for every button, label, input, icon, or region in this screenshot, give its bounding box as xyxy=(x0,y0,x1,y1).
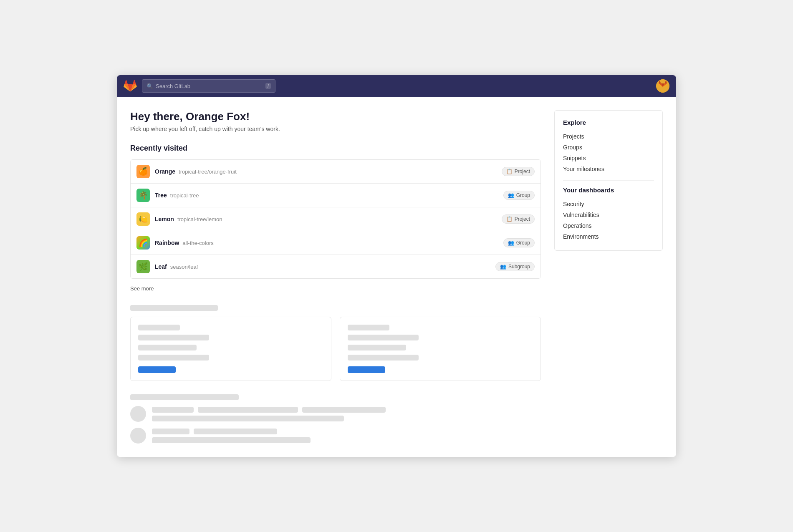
item-badge-project: 📋 Project xyxy=(502,214,535,224)
group-icon: 👥 xyxy=(508,240,514,246)
item-name: Lemon xyxy=(155,216,174,222)
skeleton-bar xyxy=(348,335,419,340)
item-path: tropical-tree/orange-fruit xyxy=(179,169,237,175)
hero-subtitle: Pick up where you left off, catch up wit… xyxy=(130,126,541,132)
skeleton-list xyxy=(130,406,541,444)
recently-visited-list: 🍊 Orange tropical-tree/orange-fruit 📋 Pr… xyxy=(130,159,541,279)
explore-link-milestones[interactable]: Your milestones xyxy=(563,164,654,174)
item-name: Tree xyxy=(155,192,167,199)
skeleton-bar xyxy=(152,407,194,413)
item-icon-tree: 🌴 xyxy=(136,189,150,202)
dashboard-link-environments[interactable]: Environments xyxy=(563,231,654,242)
badge-label: Subgroup xyxy=(508,264,530,270)
skeleton-bar xyxy=(152,429,189,434)
skeleton-button xyxy=(348,366,385,373)
skeleton-card xyxy=(130,317,331,381)
skeleton-section-2 xyxy=(130,394,541,444)
project-icon: 📋 xyxy=(506,216,513,222)
skeleton-card xyxy=(340,317,541,381)
skeleton-bar xyxy=(130,394,239,400)
item-badge-group: 👥 Group xyxy=(503,238,535,247)
item-badge-group: 👥 Group xyxy=(503,191,535,200)
explore-link-groups[interactable]: Groups xyxy=(563,142,654,153)
item-name: Rainbow xyxy=(155,240,179,246)
badge-label: Group xyxy=(516,192,530,198)
skeleton-bar xyxy=(130,305,218,311)
skeleton-bar xyxy=(138,335,209,340)
skeleton-lines xyxy=(152,407,541,421)
item-info: Leaf season/leaf xyxy=(155,263,495,270)
see-more-link[interactable]: See more xyxy=(130,284,154,293)
skeleton-bar xyxy=(138,345,197,350)
skeleton-list-row xyxy=(130,428,541,444)
hero-title: Hey there, Orange Fox! xyxy=(130,110,541,123)
main-content: Hey there, Orange Fox! Pick up where you… xyxy=(117,97,676,457)
dashboard-link-vulnerabilities[interactable]: Vulnerabilities xyxy=(563,209,654,220)
item-name: Leaf xyxy=(155,263,167,270)
skeleton-bar xyxy=(348,345,406,350)
skeleton-bar xyxy=(348,355,419,361)
list-item[interactable]: 🌈 Rainbow all-the-colors 👥 Group xyxy=(131,231,540,255)
explore-link-projects[interactable]: Projects xyxy=(563,131,654,142)
skeleton-bar xyxy=(302,407,386,413)
skeleton-avatar xyxy=(130,428,146,444)
badge-label: Project xyxy=(515,216,530,222)
badge-label: Project xyxy=(515,169,530,174)
group-icon: 👥 xyxy=(508,192,514,198)
subgroup-icon: 👥 xyxy=(500,264,506,270)
skeleton-bar xyxy=(194,429,277,434)
item-badge-project: 📋 Project xyxy=(502,167,535,176)
gitlab-logo[interactable] xyxy=(124,78,137,93)
list-item[interactable]: 🌴 Tree tropical-tree 👥 Group xyxy=(131,184,540,207)
item-icon-rainbow: 🌈 xyxy=(136,236,150,250)
explore-divider xyxy=(563,180,654,181)
item-info: Tree tropical-tree xyxy=(155,192,503,199)
item-name: Orange xyxy=(155,168,175,175)
dashboard-link-security[interactable]: Security xyxy=(563,199,654,209)
explore-heading: Explore xyxy=(563,119,654,126)
item-info: Rainbow all-the-colors xyxy=(155,240,503,246)
skeleton-bar xyxy=(152,416,344,421)
skeleton-bar xyxy=(348,325,389,330)
skeleton-bar xyxy=(138,355,209,361)
dashboards-heading: Your dashboards xyxy=(563,187,654,194)
item-path: all-the-colors xyxy=(182,240,213,246)
item-info: Lemon tropical-tree/lemon xyxy=(155,216,502,222)
item-info: Orange tropical-tree/orange-fruit xyxy=(155,168,502,175)
explore-panel: Explore Projects Groups Snippets Your mi… xyxy=(554,110,663,251)
item-path: tropical-tree xyxy=(170,192,199,199)
dashboard-link-operations[interactable]: Operations xyxy=(563,220,654,231)
search-bar[interactable]: 🔍 / xyxy=(142,79,275,93)
project-icon: 📋 xyxy=(506,169,513,174)
skeleton-lines xyxy=(152,429,541,443)
skeleton-bar xyxy=(198,407,298,413)
item-path: season/leaf xyxy=(170,264,198,270)
skeleton-list-row xyxy=(130,406,541,422)
recently-visited-heading: Recently visited xyxy=(130,144,541,153)
item-icon-orange: 🍊 xyxy=(136,165,150,178)
search-icon: 🔍 xyxy=(146,83,153,89)
item-badge-subgroup: 👥 Subgroup xyxy=(495,262,535,271)
explore-link-snippets[interactable]: Snippets xyxy=(563,153,654,164)
skeleton-button xyxy=(138,366,176,373)
right-panel: Explore Projects Groups Snippets Your mi… xyxy=(554,110,663,444)
top-header: 🔍 / xyxy=(117,75,676,97)
search-shortcut: / xyxy=(265,83,271,89)
skeleton-avatar xyxy=(130,406,146,422)
skeleton-bar xyxy=(152,437,311,443)
avatar[interactable] xyxy=(656,79,669,93)
badge-label: Group xyxy=(516,240,530,246)
item-icon-lemon: 🍋 xyxy=(136,212,150,226)
item-icon-leaf: 🌿 xyxy=(136,260,150,273)
item-path: tropical-tree/lemon xyxy=(177,216,222,222)
skeleton-bar xyxy=(138,325,180,330)
list-item[interactable]: 🍊 Orange tropical-tree/orange-fruit 📋 Pr… xyxy=(131,160,540,184)
app-window: 🔍 / Hey there, Orange Fox! Pick xyxy=(117,75,676,457)
left-panel: Hey there, Orange Fox! Pick up where you… xyxy=(130,110,541,444)
list-item[interactable]: 🌿 Leaf season/leaf 👥 Subgroup xyxy=(131,255,540,278)
search-input[interactable] xyxy=(156,83,263,89)
skeleton-cards xyxy=(130,317,541,381)
list-item[interactable]: 🍋 Lemon tropical-tree/lemon 📋 Project xyxy=(131,207,540,231)
skeleton-section-1 xyxy=(130,305,541,381)
